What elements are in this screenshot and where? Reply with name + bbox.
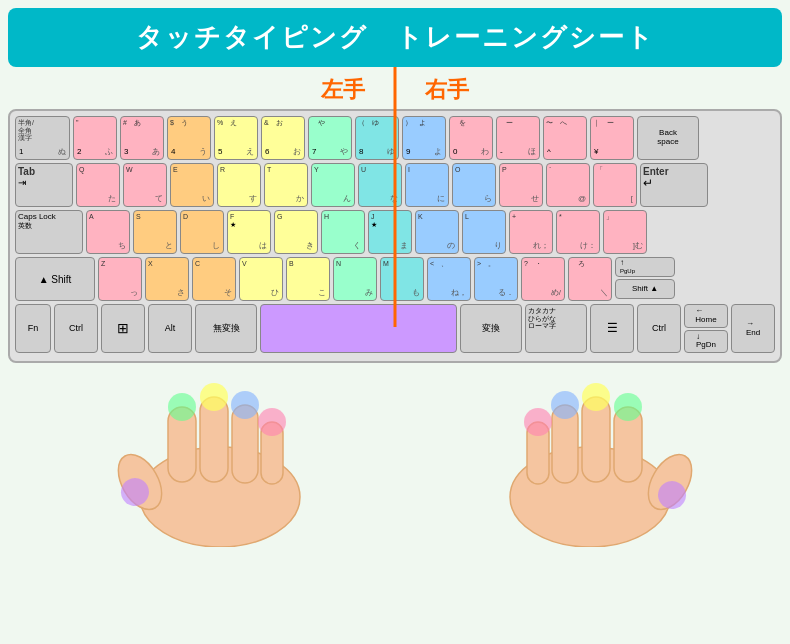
key-slash[interactable]: ? ・ め/: [521, 257, 565, 301]
key-n[interactable]: N み: [333, 257, 377, 301]
svg-point-6: [258, 408, 286, 436]
key-7[interactable]: や や 7: [308, 116, 352, 160]
key-h[interactable]: H く: [321, 210, 365, 254]
key-shift-left[interactable]: ▲ Shift: [15, 257, 95, 301]
key-z[interactable]: Z っ: [98, 257, 142, 301]
key-9[interactable]: ） よ よ 9: [402, 116, 446, 160]
right-hand: [450, 367, 730, 547]
key-a[interactable]: A ち: [86, 210, 130, 254]
key-j[interactable]: J ★ ま: [368, 210, 412, 254]
hands-label: 左手 右手: [0, 75, 790, 105]
key-d[interactable]: D し: [180, 210, 224, 254]
svg-point-20: [524, 408, 552, 436]
key-bracket-r[interactable]: 」 ]む: [603, 210, 647, 254]
key-muhenkan[interactable]: 無変換: [195, 304, 257, 353]
key-f[interactable]: F ★ は: [227, 210, 271, 254]
key-3[interactable]: # あ あ 3: [120, 116, 164, 160]
key-o[interactable]: O ら: [452, 163, 496, 207]
key-yen[interactable]: ｜ ー ¥: [590, 116, 634, 160]
key-g[interactable]: G き: [274, 210, 318, 254]
key-pgdn[interactable]: ↓PgDn: [684, 330, 728, 354]
key-tab[interactable]: Tab ⇥: [15, 163, 73, 207]
key-bracket-l[interactable]: 「 [: [593, 163, 637, 207]
key-4[interactable]: $ う う 4: [167, 116, 211, 160]
key-i[interactable]: I に: [405, 163, 449, 207]
key-henkan[interactable]: 変換: [460, 304, 522, 353]
key-ctrl-right[interactable]: Ctrl: [637, 304, 681, 353]
key-t[interactable]: T か: [264, 163, 308, 207]
left-hand-label: 左手: [321, 75, 365, 105]
shift-pgup-group: ↑PgUp Shift ▲: [615, 257, 675, 301]
key-m[interactable]: M も: [380, 257, 424, 301]
key-space[interactable]: [260, 304, 457, 353]
key-ctrl-left[interactable]: Ctrl: [54, 304, 98, 353]
key-2[interactable]: " ふ 2: [73, 116, 117, 160]
key-5[interactable]: % え え 5: [214, 116, 258, 160]
left-hand: [80, 367, 360, 547]
key-8[interactable]: （ ゆ ゆ 8: [355, 116, 399, 160]
key-period[interactable]: > 。 る．: [474, 257, 518, 301]
svg-point-7: [231, 391, 259, 419]
key-w[interactable]: W て: [123, 163, 167, 207]
key-q[interactable]: Q た: [76, 163, 120, 207]
key-capslock[interactable]: Caps Lock 英数: [15, 210, 83, 254]
key-p[interactable]: P せ: [499, 163, 543, 207]
center-divider: [394, 67, 397, 327]
key-shift-right[interactable]: Shift ▲: [615, 279, 675, 299]
right-hand-label: 右手: [425, 75, 469, 105]
key-hankaku[interactable]: 半角/全角漢字 ぬ 1: [15, 116, 70, 160]
header: タッチタイピング トレーニングシート: [8, 8, 782, 67]
key-caret[interactable]: 〜 へ ^: [543, 116, 587, 160]
key-end[interactable]: →End: [731, 304, 775, 353]
key-at[interactable]: ` @: [546, 163, 590, 207]
key-semicolon[interactable]: + れ；: [509, 210, 553, 254]
key-b[interactable]: B こ: [286, 257, 330, 301]
nav-keys-group: ←Home ↓PgDn: [684, 304, 728, 353]
key-fn[interactable]: Fn: [15, 304, 51, 353]
key-windows[interactable]: ⊞: [101, 304, 145, 353]
key-minus[interactable]: ー ほ -: [496, 116, 540, 160]
key-enter[interactable]: Enter ↵: [640, 163, 708, 207]
key-katakana[interactable]: カタカナひらがなローマ字: [525, 304, 587, 353]
svg-point-9: [168, 393, 196, 421]
svg-point-8: [200, 383, 228, 411]
key-6[interactable]: & お お 6: [261, 116, 305, 160]
key-c[interactable]: C そ: [192, 257, 236, 301]
page-title: タッチタイピング トレーニングシート: [20, 20, 770, 55]
key-x[interactable]: X さ: [145, 257, 189, 301]
key-home[interactable]: ←Home: [684, 304, 728, 328]
key-comma[interactable]: < 、 ね，: [427, 257, 471, 301]
key-backslash[interactable]: ろ ＼: [568, 257, 612, 301]
key-menu[interactable]: ☰: [590, 304, 634, 353]
svg-point-17: [614, 393, 642, 421]
key-y[interactable]: Y ん: [311, 163, 355, 207]
key-colon[interactable]: * け：: [556, 210, 600, 254]
key-l[interactable]: L り: [462, 210, 506, 254]
key-backspace[interactable]: Backspace: [637, 116, 699, 160]
key-s[interactable]: S と: [133, 210, 177, 254]
hands-area: [0, 367, 790, 547]
svg-point-19: [551, 391, 579, 419]
key-up-arrow[interactable]: ↑PgUp: [615, 257, 675, 277]
key-alt-left[interactable]: Alt: [148, 304, 192, 353]
key-v[interactable]: V ひ: [239, 257, 283, 301]
key-k[interactable]: K の: [415, 210, 459, 254]
key-0[interactable]: を わ 0: [449, 116, 493, 160]
key-r[interactable]: R す: [217, 163, 261, 207]
svg-point-18: [582, 383, 610, 411]
key-e[interactable]: E い: [170, 163, 214, 207]
